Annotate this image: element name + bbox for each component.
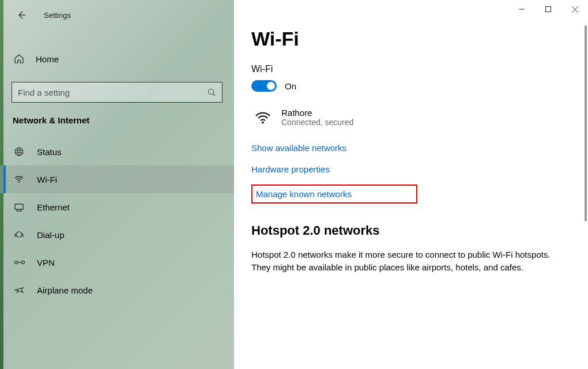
svg-rect-8 <box>546 7 551 12</box>
current-network[interactable]: Rathore Connected, secured <box>255 108 571 127</box>
svg-point-7 <box>22 261 25 264</box>
ethernet-icon <box>14 201 25 213</box>
network-name: Rathore <box>281 108 353 118</box>
svg-rect-3 <box>15 204 23 209</box>
sidebar-home-label: Home <box>36 54 59 64</box>
sidebar-item-label: Status <box>37 147 62 157</box>
vpn-icon <box>14 257 25 268</box>
svg-point-1 <box>15 148 23 156</box>
arrow-left-icon <box>16 10 27 20</box>
scrollbar-thumb[interactable] <box>585 25 587 221</box>
sidebar-item-status[interactable]: Status <box>0 138 234 165</box>
home-icon <box>14 53 25 65</box>
close-icon <box>572 6 578 13</box>
sidebar-item-label: Airplane mode <box>37 285 93 295</box>
sidebar-nav: Status Wi-Fi Ethernet Dial-up <box>0 138 234 304</box>
sidebar-item-label: Ethernet <box>37 202 70 212</box>
wifi-toggle[interactable] <box>251 80 277 92</box>
status-icon <box>14 146 25 157</box>
sidebar: Settings Home Network & Internet Status <box>0 0 234 369</box>
maximize-button[interactable] <box>535 0 561 18</box>
manage-known-networks-link[interactable]: Manage known networks <box>256 189 352 199</box>
wifi-icon <box>14 174 25 185</box>
show-available-networks-link[interactable]: Show available networks <box>251 143 346 153</box>
page-title: Wi-Fi <box>251 28 571 50</box>
sidebar-item-dialup[interactable]: Dial-up <box>0 221 234 248</box>
sidebar-item-label: Wi-Fi <box>37 175 57 184</box>
search-input[interactable] <box>18 88 207 97</box>
svg-rect-4 <box>15 235 17 236</box>
svg-point-6 <box>15 261 18 264</box>
svg-point-0 <box>209 89 214 95</box>
dialup-icon <box>14 229 25 240</box>
maximize-icon <box>545 6 551 12</box>
hotspot-description: Hotspot 2.0 networks make it more secure… <box>251 248 563 274</box>
titlebar-left: Settings <box>0 5 234 25</box>
hotspot-heading: Hotspot 2.0 networks <box>251 223 571 238</box>
svg-point-2 <box>18 182 20 183</box>
airplane-icon <box>14 284 25 296</box>
sidebar-item-vpn[interactable]: VPN <box>0 248 234 276</box>
sidebar-item-ethernet[interactable]: Ethernet <box>0 193 234 221</box>
main-pane: Wi-Fi Wi-Fi On Rathore <box>234 0 588 369</box>
search-input-container[interactable] <box>12 82 223 103</box>
wifi-signal-icon <box>255 110 281 126</box>
svg-point-9 <box>262 121 264 123</box>
close-button[interactable] <box>561 0 588 18</box>
scrollbar[interactable] <box>585 25 587 367</box>
back-button[interactable] <box>13 6 30 24</box>
network-status: Connected, secured <box>281 118 353 127</box>
minimize-icon <box>519 6 525 12</box>
window-controls <box>508 0 588 21</box>
hardware-properties-link[interactable]: Hardware properties <box>251 164 330 174</box>
sidebar-item-label: VPN <box>37 258 55 268</box>
sidebar-item-wifi[interactable]: Wi-Fi <box>0 165 234 193</box>
sidebar-item-label: Dial-up <box>37 230 65 240</box>
minimize-button[interactable] <box>508 0 535 18</box>
sidebar-home[interactable]: Home <box>0 46 234 71</box>
sidebar-category: Network & Internet <box>0 103 234 131</box>
sidebar-item-airplane[interactable]: Airplane mode <box>0 276 234 304</box>
wifi-section-label: Wi-Fi <box>251 64 571 74</box>
content: Wi-Fi Wi-Fi On Rathore <box>234 0 588 274</box>
manage-known-highlight: Manage known networks <box>251 184 417 204</box>
search-icon <box>207 88 216 97</box>
wifi-toggle-row: On <box>251 80 571 92</box>
toggle-knob <box>267 82 275 90</box>
svg-rect-5 <box>21 235 23 236</box>
app-title: Settings <box>44 11 71 20</box>
wifi-toggle-label: On <box>285 81 296 91</box>
